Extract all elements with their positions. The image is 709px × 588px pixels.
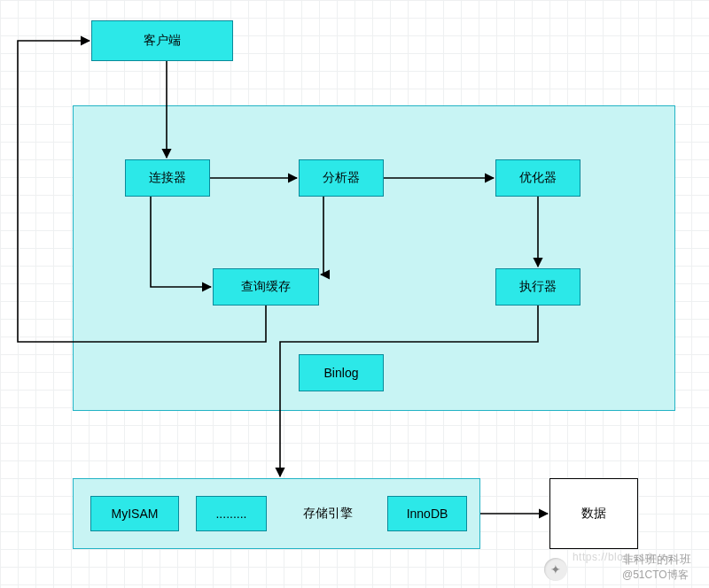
optimizer-node: 优化器 xyxy=(495,159,580,197)
client-label: 客户端 xyxy=(144,33,181,49)
engine-dots: ......... xyxy=(196,496,267,531)
binlog-node: Binlog xyxy=(299,354,384,391)
client-node: 客户端 xyxy=(91,20,233,61)
engine-myisam-label: MyISAM xyxy=(112,507,159,521)
watermark-cto: @51CTO博客 xyxy=(622,569,689,581)
data-label: 数据 xyxy=(581,506,606,522)
watermark-text: 非科班的科班 @51CTO博客 xyxy=(622,552,691,583)
optimizer-label: 优化器 xyxy=(519,170,557,186)
watermark-bubble-icon: ✦ xyxy=(544,558,567,581)
engine-dots-label: ......... xyxy=(215,507,246,521)
edge-parser-cache xyxy=(321,197,323,275)
storage-label-text: 存储引擎 xyxy=(303,506,353,522)
parser-label: 分析器 xyxy=(323,170,360,186)
watermark-brand: 非科班的科班 xyxy=(622,553,691,566)
cache-label: 查询缓存 xyxy=(241,279,291,295)
engine-innodb: InnoDB xyxy=(387,496,467,531)
engine-innodb-label: InnoDB xyxy=(407,507,448,521)
data-node: 数据 xyxy=(549,478,638,549)
engine-myisam: MyISAM xyxy=(90,496,179,531)
storage-engines-label: 存储引擎 xyxy=(279,496,377,531)
executor-node: 执行器 xyxy=(495,268,580,306)
cache-node: 查询缓存 xyxy=(213,268,319,306)
edge-connector-cache xyxy=(151,197,211,287)
connector-label: 连接器 xyxy=(149,170,186,186)
connector-node: 连接器 xyxy=(125,159,210,197)
parser-node: 分析器 xyxy=(299,159,384,197)
binlog-label: Binlog xyxy=(324,366,359,380)
executor-label: 执行器 xyxy=(519,279,557,295)
